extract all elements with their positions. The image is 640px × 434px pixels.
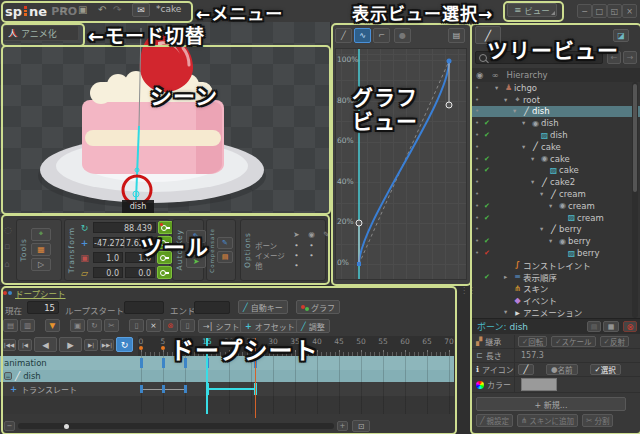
expander-icon[interactable] <box>504 308 512 316</box>
nav-forward-button[interactable]: → <box>623 51 637 64</box>
bone-pose-button[interactable]: ▦ <box>603 321 619 332</box>
expander-icon[interactable] <box>549 202 557 210</box>
frame-icon[interactable]: ▫ <box>4 241 10 251</box>
save-icon[interactable]: ▣ <box>78 4 87 15</box>
tree-row[interactable]: root <box>471 94 640 106</box>
fit-view-button[interactable]: ⊡ <box>352 420 370 432</box>
visibility-dot[interactable] <box>475 155 484 163</box>
option-toggle[interactable] <box>289 241 304 250</box>
pose-tool-button[interactable]: ▷ <box>31 258 51 271</box>
compensate-images-button[interactable]: ✎ <box>217 237 233 249</box>
open-project-icon[interactable]: ▱ <box>60 4 68 15</box>
name-toggle-button[interactable]: ● 名前 <box>546 364 578 375</box>
tree-row[interactable]: アニメーション <box>471 306 640 318</box>
attachment-check-icon[interactable] <box>484 155 495 163</box>
bone-extra-button[interactable]: ▤ <box>587 321 601 332</box>
visibility-dot[interactable] <box>475 96 484 104</box>
playback-button[interactable]: ▶ <box>59 337 82 352</box>
expander-icon[interactable] <box>513 107 521 115</box>
compensate-bones-button[interactable]: ▤ <box>217 251 233 263</box>
transform-value-field[interactable]: -47.272 <box>93 237 123 248</box>
expander-icon[interactable] <box>531 155 539 163</box>
length-value[interactable]: 157.3 <box>521 351 544 360</box>
new-button[interactable]: + 新規... <box>476 397 626 411</box>
timeline-scrollbar[interactable] <box>18 423 334 429</box>
dope-edit-button[interactable]: ↻ <box>87 319 102 332</box>
attachment-check-icon[interactable] <box>484 273 495 281</box>
tree-row[interactable]: cream <box>471 200 640 212</box>
dope-edit-button[interactable]: ✂ <box>104 319 119 332</box>
delete-bone-button[interactable]: ⊗ <box>623 321 637 332</box>
tree-row[interactable]: cake2 <box>471 176 640 188</box>
visibility-dot[interactable] <box>475 190 484 198</box>
tree-row[interactable]: berry <box>471 224 640 236</box>
tree-row[interactable]: cream <box>471 212 640 224</box>
graph-button[interactable]: グラフ <box>296 300 340 314</box>
option-toggle[interactable] <box>304 241 319 250</box>
dope-edit-button[interactable]: ▣ <box>70 319 85 332</box>
tree-row[interactable]: スキン <box>471 283 640 295</box>
lock-icon[interactable]: ⌂ <box>4 259 10 269</box>
bone-action-button[interactable]: ✂ 分割 <box>582 414 613 427</box>
attachment-check-icon[interactable] <box>484 249 495 257</box>
tree-row[interactable]: dish <box>471 129 640 141</box>
tree-row[interactable]: cake <box>471 153 640 165</box>
save-curve-button[interactable]: ▤ <box>448 28 465 43</box>
visibility-dot[interactable] <box>475 214 484 222</box>
playback-button[interactable]: |◀◀ <box>2 339 16 351</box>
tree-row[interactable]: ichgo <box>471 82 640 94</box>
transform-value-field-2[interactable]: 0.0 <box>125 267 155 278</box>
visibility-dot[interactable] <box>475 119 484 127</box>
zoom-in-button[interactable]: + <box>337 421 348 431</box>
visibility-dot[interactable] <box>475 131 484 139</box>
dope-edit-button[interactable]: ▯ <box>129 319 144 332</box>
redo-icon[interactable]: ↷ <box>113 4 121 15</box>
bezier-handle-end[interactable] <box>446 102 452 108</box>
tree-row[interactable]: 表示順序 <box>471 271 640 283</box>
expander-icon[interactable] <box>549 237 557 245</box>
zoom-out-button[interactable]: − <box>4 421 15 431</box>
expander-icon[interactable] <box>504 273 512 281</box>
inherit-checkbox[interactable]: 回転 <box>518 336 547 347</box>
playback-button[interactable]: ↻ <box>116 337 133 352</box>
minimize-button[interactable]: − <box>577 4 592 18</box>
cycle-button[interactable]: ● <box>394 28 411 43</box>
zoom-icon[interactable]: ◌ <box>4 225 12 235</box>
dope-sheet-tab[interactable]: ドープシート <box>3 287 66 299</box>
playback-button[interactable]: ▶▶| <box>100 339 114 351</box>
maximize-button[interactable]: □ <box>592 4 607 18</box>
attachment-check-icon[interactable] <box>484 202 495 210</box>
expander-icon[interactable] <box>540 190 548 198</box>
inherit-checkbox[interactable]: スケール <box>551 336 595 347</box>
tree-row[interactable]: cake <box>471 165 640 177</box>
inherit-checkbox[interactable]: 反射 <box>600 336 629 347</box>
tree-row[interactable]: コンストレイント <box>471 259 640 271</box>
option-toggle[interactable] <box>289 261 304 270</box>
panel-splitter[interactable]: ⋮⋮ <box>456 285 470 434</box>
tree-row[interactable]: berry <box>471 235 640 247</box>
keyframe[interactable] <box>162 358 165 368</box>
restore-button[interactable]: ◱ <box>607 4 622 18</box>
dope-edit-button[interactable]: × <box>146 319 161 332</box>
tree-row[interactable]: cake <box>471 141 640 153</box>
playback-button[interactable]: |◀ <box>18 339 32 351</box>
visibility-dot[interactable] <box>475 166 484 174</box>
attachment-check-icon[interactable] <box>484 166 495 174</box>
view-menu-button[interactable]: ≡ ビュー <box>507 3 557 17</box>
attachment-check-icon[interactable] <box>484 237 495 245</box>
visibility-dot[interactable] <box>475 107 484 115</box>
visibility-dot[interactable] <box>475 202 484 210</box>
tree-scrollbar[interactable] <box>632 82 638 318</box>
keyframe[interactable] <box>162 385 165 393</box>
end-input[interactable] <box>194 301 230 314</box>
dope-edit-button[interactable]: ▥ <box>20 319 35 332</box>
autokey-button[interactable]: ╱ 自動キー <box>238 300 288 314</box>
expander-icon[interactable] <box>495 84 503 92</box>
bone-action-button[interactable]: ╱ 親設定 <box>476 414 513 427</box>
tree-row[interactable]: dish <box>471 117 640 129</box>
bezier-curve-button[interactable]: ∿ <box>354 28 371 43</box>
tree-row[interactable]: berry <box>471 247 640 259</box>
visibility-dot[interactable] <box>475 143 484 151</box>
transform-value-field[interactable]: 0.0 <box>93 267 123 278</box>
weights-tool-button[interactable]: ▦ <box>31 243 51 256</box>
